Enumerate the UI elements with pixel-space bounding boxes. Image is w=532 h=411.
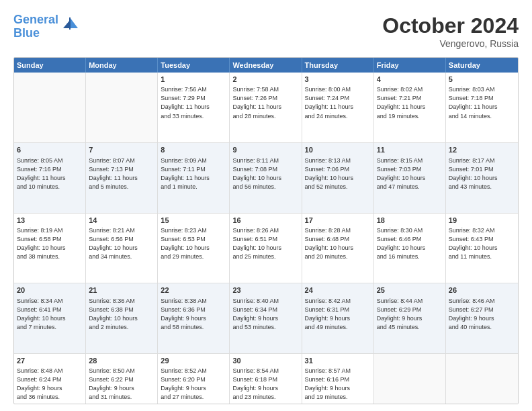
day-cell-26: 26Sunrise: 8:46 AM Sunset: 6:27 PM Dayli… bbox=[446, 283, 518, 353]
day-info: Sunrise: 8:02 AM Sunset: 7:21 PM Dayligh… bbox=[377, 86, 426, 119]
day-cell-5: 5Sunrise: 8:03 AM Sunset: 7:18 PM Daylig… bbox=[446, 73, 518, 142]
subtitle: Vengerovo, Russia bbox=[382, 38, 519, 49]
day-info: Sunrise: 8:09 AM Sunset: 7:11 PM Dayligh… bbox=[161, 157, 210, 190]
day-info: Sunrise: 7:58 AM Sunset: 7:26 PM Dayligh… bbox=[232, 86, 281, 119]
day-number: 25 bbox=[377, 285, 443, 295]
day-info: Sunrise: 8:44 AM Sunset: 6:29 PM Dayligh… bbox=[377, 298, 423, 330]
day-info: Sunrise: 8:03 AM Sunset: 7:18 PM Dayligh… bbox=[449, 86, 498, 119]
day-cell-24: 24Sunrise: 8:42 AM Sunset: 6:31 PM Dayli… bbox=[302, 283, 374, 353]
day-number: 26 bbox=[449, 285, 515, 295]
day-cell-20: 20Sunrise: 8:34 AM Sunset: 6:41 PM Dayli… bbox=[14, 283, 86, 353]
day-info: Sunrise: 8:36 AM Sunset: 6:38 PM Dayligh… bbox=[89, 298, 138, 330]
header-day-thursday: Thursday bbox=[302, 58, 374, 73]
day-cell-16: 16Sunrise: 8:26 AM Sunset: 6:51 PM Dayli… bbox=[230, 214, 302, 283]
calendar-row-0: 1Sunrise: 7:56 AM Sunset: 7:29 PM Daylig… bbox=[14, 73, 518, 142]
day-info: Sunrise: 8:30 AM Sunset: 6:46 PM Dayligh… bbox=[377, 227, 426, 260]
day-number: 19 bbox=[449, 216, 515, 226]
day-number: 30 bbox=[232, 356, 298, 366]
day-cell-14: 14Sunrise: 8:21 AM Sunset: 6:56 PM Dayli… bbox=[86, 214, 158, 283]
header-day-tuesday: Tuesday bbox=[158, 58, 230, 73]
day-cell-17: 17Sunrise: 8:28 AM Sunset: 6:48 PM Dayli… bbox=[302, 214, 374, 283]
logo-general: General bbox=[13, 13, 58, 26]
calendar-row-4: 27Sunrise: 8:48 AM Sunset: 6:24 PM Dayli… bbox=[14, 353, 518, 404]
day-cell-19: 19Sunrise: 8:32 AM Sunset: 6:43 PM Dayli… bbox=[446, 214, 518, 283]
svg-marker-0 bbox=[70, 17, 78, 28]
logo: General Blue bbox=[13, 13, 79, 40]
day-number: 4 bbox=[377, 75, 443, 85]
header-day-sunday: Sunday bbox=[14, 58, 86, 73]
day-cell-8: 8Sunrise: 8:09 AM Sunset: 7:11 PM Daylig… bbox=[158, 143, 230, 212]
empty-cell bbox=[86, 73, 158, 142]
header-day-saturday: Saturday bbox=[446, 58, 518, 73]
day-cell-13: 13Sunrise: 8:19 AM Sunset: 6:58 PM Dayli… bbox=[14, 214, 86, 283]
header-day-monday: Monday bbox=[86, 58, 158, 73]
day-number: 18 bbox=[377, 216, 443, 226]
empty-cell bbox=[446, 354, 518, 404]
day-cell-18: 18Sunrise: 8:30 AM Sunset: 6:46 PM Dayli… bbox=[374, 214, 446, 283]
day-cell-31: 31Sunrise: 8:57 AM Sunset: 6:16 PM Dayli… bbox=[302, 354, 374, 404]
day-number: 5 bbox=[449, 75, 515, 85]
day-cell-9: 9Sunrise: 8:11 AM Sunset: 7:08 PM Daylig… bbox=[230, 143, 302, 212]
day-info: Sunrise: 8:00 AM Sunset: 7:24 PM Dayligh… bbox=[305, 86, 354, 119]
day-number: 8 bbox=[161, 145, 226, 155]
day-cell-7: 7Sunrise: 8:07 AM Sunset: 7:13 PM Daylig… bbox=[86, 143, 158, 212]
day-number: 2 bbox=[232, 75, 298, 85]
day-number: 31 bbox=[305, 356, 371, 366]
day-info: Sunrise: 8:46 AM Sunset: 6:27 PM Dayligh… bbox=[449, 298, 495, 330]
page: General Blue October 2024 Vengerovo, Rus… bbox=[0, 0, 532, 411]
day-info: Sunrise: 8:40 AM Sunset: 6:34 PM Dayligh… bbox=[232, 298, 279, 330]
day-info: Sunrise: 8:07 AM Sunset: 7:13 PM Dayligh… bbox=[89, 157, 138, 190]
day-number: 7 bbox=[89, 145, 154, 155]
day-number: 3 bbox=[305, 75, 371, 85]
month-title: October 2024 bbox=[382, 13, 519, 38]
day-number: 17 bbox=[305, 216, 371, 226]
day-cell-11: 11Sunrise: 8:15 AM Sunset: 7:03 PM Dayli… bbox=[374, 143, 446, 212]
day-number: 11 bbox=[377, 145, 443, 155]
day-info: Sunrise: 8:54 AM Sunset: 6:18 PM Dayligh… bbox=[232, 367, 279, 400]
header-day-friday: Friday bbox=[374, 58, 446, 73]
day-cell-23: 23Sunrise: 8:40 AM Sunset: 6:34 PM Dayli… bbox=[230, 283, 302, 353]
day-info: Sunrise: 8:17 AM Sunset: 7:01 PM Dayligh… bbox=[449, 157, 498, 190]
day-cell-3: 3Sunrise: 8:00 AM Sunset: 7:24 PM Daylig… bbox=[302, 73, 374, 142]
day-number: 22 bbox=[161, 285, 226, 295]
day-info: Sunrise: 8:13 AM Sunset: 7:06 PM Dayligh… bbox=[305, 157, 354, 190]
empty-cell bbox=[14, 73, 86, 142]
day-number: 16 bbox=[232, 216, 298, 226]
day-number: 21 bbox=[89, 285, 154, 295]
day-number: 29 bbox=[161, 356, 226, 366]
day-cell-10: 10Sunrise: 8:13 AM Sunset: 7:06 PM Dayli… bbox=[302, 143, 374, 212]
day-info: Sunrise: 8:15 AM Sunset: 7:03 PM Dayligh… bbox=[377, 157, 426, 190]
day-cell-30: 30Sunrise: 8:54 AM Sunset: 6:18 PM Dayli… bbox=[230, 354, 302, 404]
day-cell-12: 12Sunrise: 8:17 AM Sunset: 7:01 PM Dayli… bbox=[446, 143, 518, 212]
day-number: 23 bbox=[232, 285, 298, 295]
day-number: 12 bbox=[449, 145, 515, 155]
calendar-body: 1Sunrise: 7:56 AM Sunset: 7:29 PM Daylig… bbox=[14, 73, 518, 404]
day-cell-22: 22Sunrise: 8:38 AM Sunset: 6:36 PM Dayli… bbox=[158, 283, 230, 353]
day-info: Sunrise: 8:50 AM Sunset: 6:22 PM Dayligh… bbox=[89, 367, 135, 400]
day-info: Sunrise: 8:28 AM Sunset: 6:48 PM Dayligh… bbox=[305, 227, 354, 260]
day-number: 15 bbox=[161, 216, 226, 226]
day-number: 9 bbox=[232, 145, 298, 155]
day-cell-2: 2Sunrise: 7:58 AM Sunset: 7:26 PM Daylig… bbox=[230, 73, 302, 142]
day-cell-25: 25Sunrise: 8:44 AM Sunset: 6:29 PM Dayli… bbox=[374, 283, 446, 353]
day-info: Sunrise: 8:26 AM Sunset: 6:51 PM Dayligh… bbox=[232, 227, 281, 260]
day-cell-6: 6Sunrise: 8:05 AM Sunset: 7:16 PM Daylig… bbox=[14, 143, 86, 212]
day-info: Sunrise: 8:57 AM Sunset: 6:16 PM Dayligh… bbox=[305, 367, 351, 400]
calendar-header: SundayMondayTuesdayWednesdayThursdayFrid… bbox=[14, 58, 518, 73]
calendar-row-2: 13Sunrise: 8:19 AM Sunset: 6:58 PM Dayli… bbox=[14, 213, 518, 283]
day-number: 14 bbox=[89, 216, 154, 226]
header: General Blue October 2024 Vengerovo, Rus… bbox=[13, 13, 519, 49]
empty-cell bbox=[374, 354, 446, 404]
day-info: Sunrise: 8:19 AM Sunset: 6:58 PM Dayligh… bbox=[17, 227, 66, 260]
day-info: Sunrise: 8:32 AM Sunset: 6:43 PM Dayligh… bbox=[449, 227, 498, 260]
calendar: SundayMondayTuesdayWednesdayThursdayFrid… bbox=[13, 57, 519, 404]
day-info: Sunrise: 8:34 AM Sunset: 6:41 PM Dayligh… bbox=[17, 298, 66, 330]
logo-blue: Blue bbox=[13, 26, 40, 40]
header-day-wednesday: Wednesday bbox=[230, 58, 302, 73]
day-number: 1 bbox=[161, 75, 226, 85]
day-number: 20 bbox=[17, 285, 83, 295]
title-block: October 2024 Vengerovo, Russia bbox=[382, 13, 519, 49]
day-info: Sunrise: 7:56 AM Sunset: 7:29 PM Dayligh… bbox=[161, 86, 210, 119]
calendar-row-3: 20Sunrise: 8:34 AM Sunset: 6:41 PM Dayli… bbox=[14, 283, 518, 353]
calendar-row-1: 6Sunrise: 8:05 AM Sunset: 7:16 PM Daylig… bbox=[14, 142, 518, 212]
